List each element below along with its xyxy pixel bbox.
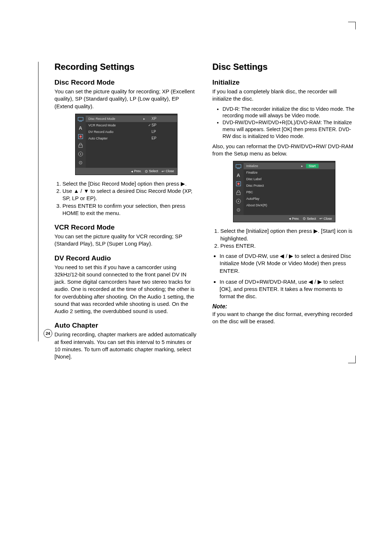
vcr-record-mode-desc: You can set the picture quality for VCR …: [54, 233, 198, 248]
osd-icon-column: A: [233, 161, 244, 215]
osd-item-finalize[interactable]: Finalize: [244, 169, 335, 176]
select-icon: ⊙: [145, 169, 148, 173]
start-button[interactable]: Start: [306, 164, 319, 168]
initialize-cases: In case of DVD-RW, use ◀ / ▶ to select a…: [212, 252, 356, 300]
vcr-record-mode-heading: VCR Record Mode: [54, 223, 198, 231]
a-icon: A: [236, 172, 241, 178]
case-dvd-rw: In case of DVD-RW, use ◀ / ▶ to select a…: [220, 252, 356, 275]
case-dvd-plus-rw: In case of DVD+RW/DVD-RAM, use ◀ / ▶ to …: [220, 278, 356, 300]
select-icon: ⊙: [303, 216, 306, 220]
init-step-1: Select the [Initialize] option then pres…: [220, 227, 356, 242]
bullet-dvd-r: DVD-R: The recorder initialize the disc …: [222, 106, 356, 119]
dv-record-audio-desc: You need to set this if you have a camco…: [54, 264, 198, 315]
step-3: Press ENTER to confirm your selection, t…: [62, 202, 198, 217]
gear-icon: [236, 207, 241, 213]
auto-chapter-heading: Auto Chapter: [54, 321, 198, 329]
osd-item-initialize[interactable]: Initialize ▸ Start: [244, 163, 335, 169]
prev-icon: ◂: [289, 216, 291, 220]
osd-footer: ◂Prev. ⊙Select ↩Close: [233, 215, 335, 222]
lock-icon: [78, 142, 83, 148]
disc-settings-heading: Disc Settings: [212, 62, 356, 72]
svg-text:A: A: [79, 125, 82, 131]
initialize-also: Also, you can reformat the DVD-RW/DVD+RW…: [212, 143, 356, 158]
initialize-steps: Select the [Initialize] option then pres…: [212, 227, 356, 250]
osd-item-disc-record-mode[interactable]: Disc Record Mode ▸ XP: [86, 116, 177, 122]
chevron-right-icon: ▸: [300, 164, 305, 168]
step-1: Select the [Disc Record Mode] option the…: [62, 180, 198, 187]
rec-icon: [78, 134, 83, 139]
step-2: Use ▲ / ▼ to select a desired Disc Recor…: [62, 187, 198, 202]
svg-point-4: [79, 135, 82, 138]
osd-disc-menu: A Initialize ▸ Start Finalize Disc: [233, 161, 335, 222]
tv-icon: [78, 116, 83, 122]
svg-rect-5: [79, 145, 82, 147]
lock-icon: [236, 190, 241, 195]
crop-mark-bottom: [348, 356, 356, 363]
chevron-right-icon: ▸: [142, 117, 147, 121]
osd-item-autoplay[interactable]: AutoPlay: [244, 195, 335, 202]
svg-point-9: [80, 162, 81, 163]
osd-item-pbc[interactable]: PBC: [244, 189, 335, 195]
osd-item-about-divx[interactable]: About DivX(R): [244, 202, 335, 208]
initialize-heading: Initialize: [212, 78, 356, 86]
recording-settings-heading: Recording Settings: [54, 62, 198, 72]
page-number: 24: [44, 329, 52, 338]
osd-item-auto-chapter[interactable]: Auto Chapter EP: [86, 135, 177, 142]
tv-icon: [236, 163, 241, 169]
note-text: If you want to change the disc format, e…: [212, 311, 356, 325]
margin-rule: [38, 62, 38, 341]
crop-mark-top: [348, 22, 356, 29]
osd-recording-menu: A Disc Record Mode ▸ XP VCR Rec: [75, 114, 177, 175]
rec-icon: [236, 181, 241, 187]
svg-rect-10: [236, 165, 241, 168]
prev-icon: ◂: [131, 169, 133, 173]
close-icon: ↩: [319, 216, 322, 220]
svg-rect-15: [237, 192, 240, 195]
svg-point-17: [238, 201, 239, 202]
disc-record-mode-desc: You can set the picture quality for reco…: [54, 88, 198, 110]
svg-rect-0: [78, 117, 83, 121]
init-step-2: Press ENTER.: [220, 242, 356, 250]
disc-icon: [78, 151, 83, 157]
osd-item-disc-label[interactable]: Disc Label: [244, 176, 335, 182]
bullet-dvd-rw: DVD-RW/DVD+RW/DVD+R(DL)/DVD-RAM: The Ini…: [222, 119, 356, 140]
initialize-bullets: DVD-R: The recorder initialize the disc …: [212, 106, 356, 140]
svg-text:A: A: [237, 173, 240, 178]
disc-icon: [236, 198, 241, 204]
right-column: Disc Settings Initialize If you load a c…: [212, 62, 356, 363]
left-column: Recording Settings Disc Record Mode You …: [54, 62, 198, 363]
osd-item-vcr-record-mode[interactable]: VCR Record Mode ✓SP: [86, 122, 177, 129]
disc-record-mode-steps: Select the [Disc Record Mode] option the…: [54, 180, 198, 217]
disc-record-mode-heading: Disc Record Mode: [54, 78, 198, 86]
gear-icon: [78, 160, 83, 166]
close-icon: ↩: [162, 169, 164, 173]
osd-icon-column: A: [75, 114, 86, 168]
svg-point-14: [237, 183, 240, 185]
svg-point-19: [238, 210, 239, 210]
initialize-desc: If you load a completely blank disc, the…: [212, 88, 356, 103]
note-label: Note:: [212, 303, 356, 310]
a-icon: A: [78, 125, 83, 131]
auto-chapter-desc: During recording, chapter markers are ad…: [54, 331, 198, 360]
osd-item-dv-record-audio[interactable]: DV Record Audio LP: [86, 129, 177, 135]
osd-footer: ◂Prev. ⊙Select ↩Close: [75, 168, 177, 175]
osd-item-disc-protect[interactable]: Disc Protect: [244, 182, 335, 189]
svg-point-7: [80, 153, 81, 154]
dv-record-audio-heading: DV Record Audio: [54, 254, 198, 262]
